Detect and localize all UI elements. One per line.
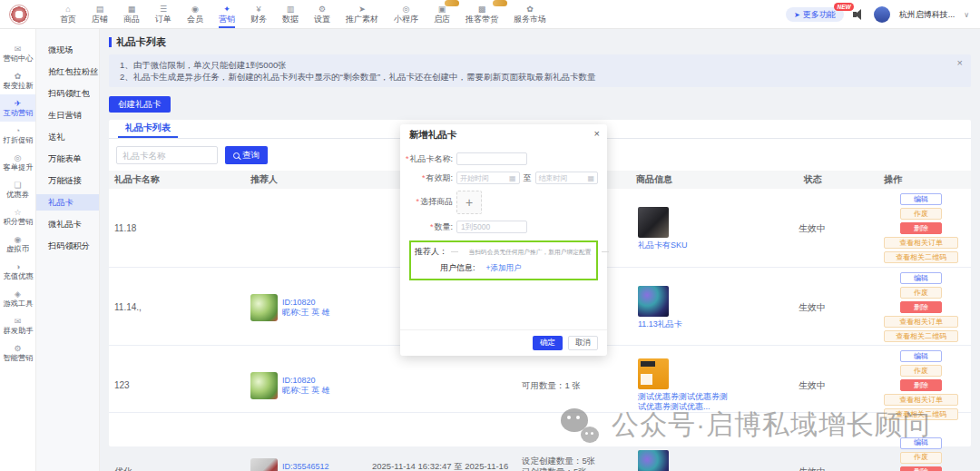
account-avatar[interactable] xyxy=(874,6,890,23)
view-orders-button[interactable]: 查看相关订单 xyxy=(884,237,958,249)
sidebar-item-discount[interactable]: ◔打折促销 xyxy=(0,122,35,149)
referrer-info[interactable]: ID:10820昵称:王 英 雄 xyxy=(282,298,330,318)
submenu-item-micro-scene[interactable]: 微现场 xyxy=(36,42,99,58)
nav-item-orders[interactable]: ☰订单 xyxy=(153,2,173,26)
marketing-icon: ✦ xyxy=(223,5,230,14)
user-info-label: 用户信息: xyxy=(440,262,475,274)
tab-gift-card-list[interactable]: 礼品卡列表 xyxy=(118,122,178,138)
nav-item-data[interactable]: ▥数据 xyxy=(280,2,300,26)
submenu-item-birthday[interactable]: 生日营销 xyxy=(36,107,99,123)
submenu-item-gift-card[interactable]: 礼品卡 xyxy=(36,194,99,211)
search-button[interactable]: 查询 xyxy=(225,146,268,164)
gift-card-name-input[interactable] xyxy=(456,152,527,165)
submenu-item-scan-redpacket[interactable]: 扫码领红包 xyxy=(36,85,99,102)
confirm-button[interactable]: 确定 xyxy=(533,336,563,350)
new-badge: NEW xyxy=(834,3,853,11)
sidebar-item-mass-send[interactable]: ✉群发助手 xyxy=(0,312,35,339)
product-name-link[interactable]: 礼品卡有SKU xyxy=(638,240,729,250)
sidebar-item-recharge[interactable]: ◑充值优惠 xyxy=(0,258,35,285)
sidebar-item-smart-marketing[interactable]: ⚙智能营销 xyxy=(0,339,35,367)
submenu-item-scan-points[interactable]: 扫码领积分 xyxy=(36,238,99,254)
edit-button[interactable]: 编辑 xyxy=(900,437,942,449)
nav-item-qidian[interactable]: ▣启店 xyxy=(432,2,452,26)
nav-item-products[interactable]: ▦商品 xyxy=(122,2,142,26)
coupon-icon: ❏ xyxy=(14,181,21,190)
rocket-icon: ➤ xyxy=(794,11,800,19)
available-count: 可用数量：1 张 xyxy=(522,380,631,391)
edit-button[interactable]: 编辑 xyxy=(900,193,942,205)
close-icon[interactable]: × xyxy=(957,57,963,69)
quantity-input[interactable] xyxy=(456,221,527,233)
divider xyxy=(602,251,609,252)
void-button[interactable]: 作废 xyxy=(900,208,942,220)
sidebar-item-coupons[interactable]: ❏优惠券 xyxy=(0,176,35,203)
nav-item-members[interactable]: ◉会员 xyxy=(185,2,205,26)
product-name-link[interactable]: 测试优惠券测试优惠券测试优惠券测试优惠... xyxy=(638,392,729,412)
delete-button[interactable]: 删除 xyxy=(900,379,942,391)
product-name-link[interactable]: 11.13礼品卡 xyxy=(638,319,729,329)
more-features-label: 更多功能 xyxy=(803,9,836,21)
secondary-sidebar: 微现场 抢红包拉粉丝 扫码领红包 生日营销 送礼 万能表单 万能链接 礼品卡 微… xyxy=(36,29,100,471)
referrer-avatar xyxy=(250,372,278,399)
delete-button[interactable]: 删除 xyxy=(900,222,942,234)
submenu-item-micro-gift-card[interactable]: 微礼品卡 xyxy=(36,216,99,232)
nav-item-marketing[interactable]: ✦营销 xyxy=(217,2,237,26)
nav-item-home[interactable]: ⌂首页 xyxy=(58,2,78,26)
view-qrcode-button[interactable]: 查看相关二维码 xyxy=(884,330,958,342)
nav-label: 小程序 xyxy=(394,15,418,25)
view-qrcode-button[interactable]: 查看相关二维码 xyxy=(884,408,958,420)
edit-button[interactable]: 编辑 xyxy=(900,350,942,362)
sidebar-item-game-tools[interactable]: ◈游戏工具 xyxy=(0,285,35,312)
promo-pill-badge xyxy=(493,0,507,6)
sidebar-item-fission[interactable]: ✿裂变拉新 xyxy=(0,67,35,94)
nav-item-tuike[interactable]: ▩推客带货 xyxy=(464,2,500,26)
view-orders-button[interactable]: 查看相关订单 xyxy=(884,394,958,406)
view-qrcode-button[interactable]: 查看相关二维码 xyxy=(884,251,958,263)
nav-item-promo-materials[interactable]: ➤推广素材 xyxy=(344,2,380,26)
close-icon[interactable]: × xyxy=(594,128,600,139)
nav-item-miniprogram[interactable]: ◎小程序 xyxy=(392,2,420,26)
nav-item-service-market[interactable]: ✿服务市场 xyxy=(512,2,548,26)
sidebar-item-interactive-marketing[interactable]: ✈互动营销 xyxy=(0,94,35,122)
nav-item-settings[interactable]: ⚙设置 xyxy=(312,2,332,26)
sidebar-label: 积分营销 xyxy=(3,217,33,225)
marketing-center-icon: ✉ xyxy=(15,44,22,54)
nav-item-finance[interactable]: ¥财务 xyxy=(249,2,269,26)
create-gift-card-button[interactable]: 创建礼品卡 xyxy=(109,96,171,113)
main-nav: ⌂首页 ▤店铺 ▦商品 ☰订单 ◉会员 ✦营销 ¥财务 ▥数据 ⚙设置 ➤推广素… xyxy=(58,2,548,26)
more-features-button[interactable]: ➤ 更多功能 NEW xyxy=(786,7,844,22)
finance-icon: ¥ xyxy=(256,5,260,14)
void-button[interactable]: 作废 xyxy=(900,452,942,464)
notice-banner: 1、由于微信限制，单次只能创建1到5000张 2、礼品卡生成是异步任务，新创建的… xyxy=(109,54,971,87)
sidebar-item-order-boost[interactable]: ◎客单提升 xyxy=(0,149,35,176)
referrer-info[interactable]: ID:10820昵称:王 英 雄 xyxy=(282,376,330,396)
edit-button[interactable]: 编辑 xyxy=(900,272,942,284)
nav-item-shop[interactable]: ▤店铺 xyxy=(90,2,110,26)
sidebar-item-marketing-center[interactable]: ✉营销中心 xyxy=(0,40,35,67)
sidebar-item-virtual-coin[interactable]: ◉虚拟币 xyxy=(0,231,35,258)
void-button[interactable]: 作废 xyxy=(900,365,942,377)
account-name[interactable]: 杭州启博科技... xyxy=(899,9,956,21)
start-date-input[interactable]: 开始时间 ▦ xyxy=(456,172,520,184)
view-orders-button[interactable]: 查看相关订单 xyxy=(884,316,958,328)
submenu-item-link[interactable]: 万能链接 xyxy=(36,172,99,189)
chevron-down-icon[interactable]: ∨ xyxy=(964,11,969,19)
sound-icon[interactable] xyxy=(853,9,865,20)
search-input[interactable] xyxy=(116,146,218,164)
end-date-input[interactable]: 结束时间 ▦ xyxy=(535,172,599,184)
add-user-link[interactable]: +添加用户 xyxy=(486,263,522,274)
table-row: 优化 ID:35546512昵称:好好学习天天向上 2025-11-14 16:… xyxy=(109,413,971,471)
delete-button[interactable]: 删除 xyxy=(900,466,942,471)
cancel-button[interactable]: 取消 xyxy=(568,336,598,350)
void-button[interactable]: 作废 xyxy=(900,287,942,299)
sidebar-item-points-marketing[interactable]: ☆积分营销 xyxy=(0,203,35,231)
submenu-item-redpacket-fans[interactable]: 抢红包拉粉丝 xyxy=(36,64,99,80)
home-icon: ⌂ xyxy=(65,5,70,14)
submenu-item-form[interactable]: 万能表单 xyxy=(36,151,99,167)
table-row: 123 ID:10820昵称:王 英 雄 可用数量：1 张 测试优惠券测试优惠券… xyxy=(109,346,971,413)
add-product-button[interactable]: + xyxy=(456,191,482,214)
referrer-info[interactable]: ID:35546512昵称:好好学习天天向上 xyxy=(282,462,367,471)
delete-button[interactable]: 删除 xyxy=(900,301,942,313)
nav-label: 启店 xyxy=(434,15,450,25)
submenu-item-gifting[interactable]: 送礼 xyxy=(36,129,99,145)
